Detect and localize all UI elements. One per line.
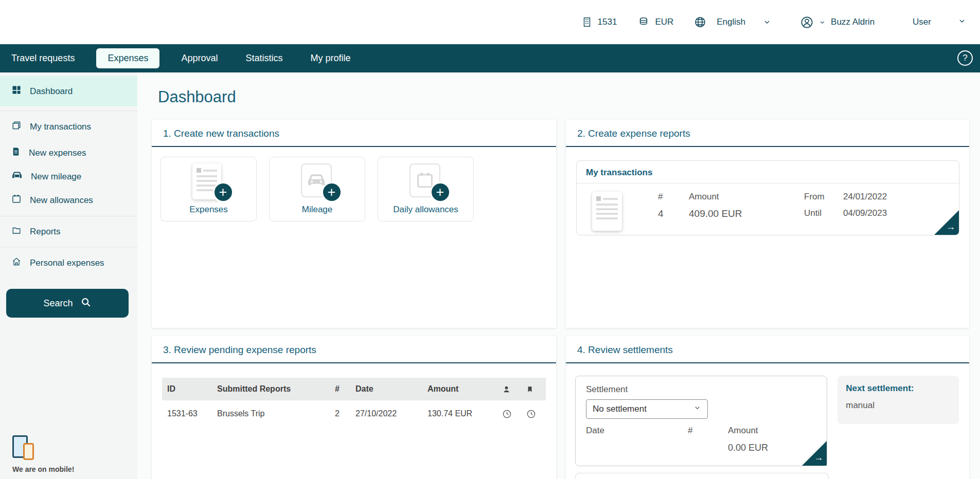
search-button[interactable]: Search: [6, 289, 129, 318]
tile-label: Mileage: [302, 205, 333, 215]
card-review-settlements: 4. Review settlements Settlement No sett…: [566, 336, 969, 479]
user-name: Buzz Aldrin: [831, 17, 875, 27]
transaction-count: 4: [658, 208, 689, 219]
pending-status-clock-icon: [526, 409, 546, 419]
pending-status-clock-icon: [502, 409, 526, 419]
report-count: 2: [335, 409, 355, 418]
next-settlement-box: Next settlement: manual: [838, 376, 959, 424]
next-settlement-label: Next settlement:: [846, 383, 951, 394]
report-id: 1531-63: [162, 409, 217, 418]
mobile-promo-title: We are on mobile!: [12, 465, 111, 473]
dashboard-grid-icon: [11, 85, 22, 98]
table-row[interactable]: 1531-63 Brussels Trip 2 27/10/2022 130.7…: [162, 400, 546, 427]
add-expense-button[interactable]: +: [213, 182, 234, 202]
mobile-devices-icon: [12, 435, 39, 461]
transactions-document-icon: [592, 192, 622, 231]
chevron-down-icon: [693, 404, 701, 414]
tile-label: Daily allowances: [393, 205, 458, 215]
pending-reports-table: ID Submitted Reports # Date Amount: [162, 378, 546, 427]
user-menu[interactable]: Buzz Aldrin: [800, 15, 875, 29]
globe-icon: [694, 16, 706, 28]
settlement-summary: Settlement No settlement Date # Amount: [575, 376, 827, 466]
card-create-expense-reports: 2. Create expense reports My transaction…: [566, 120, 969, 328]
main-content: Dashboard 1. Create new transactions +: [137, 72, 980, 479]
card-title: 4. Review settlements: [566, 336, 969, 362]
tile-label: Expenses: [189, 205, 228, 215]
column-header-amount: Amount: [427, 384, 502, 394]
currency-selector[interactable]: EUR: [637, 16, 673, 28]
settlement-label: Settlement: [586, 384, 816, 395]
settlement-select[interactable]: No settlement: [586, 399, 708, 419]
card-pending-expense-reports: 3. Review pending expense reports ID Sub…: [152, 336, 556, 479]
main-navbar: Travel requests Expenses Approval Statis…: [0, 44, 980, 72]
currency-code: EUR: [655, 17, 673, 27]
entity-selector[interactable]: 1531: [581, 16, 617, 28]
chevron-down-icon: [958, 17, 966, 28]
chevron-down-icon: [763, 18, 771, 26]
sidebar-item-reports[interactable]: Reports: [0, 220, 137, 243]
language-selector[interactable]: English: [694, 16, 771, 28]
tab-expenses[interactable]: Expenses: [96, 48, 159, 68]
tile-new-expense[interactable]: + Expenses: [161, 157, 257, 222]
column-header-id: ID: [162, 384, 217, 394]
role-selector[interactable]: User: [913, 17, 966, 28]
date-header: Date: [586, 426, 688, 436]
tab-my-profile[interactable]: My profile: [305, 48, 357, 68]
sidebar-item-dashboard[interactable]: Dashboard: [0, 76, 137, 106]
sidebar-item-label: My transactions: [30, 122, 91, 132]
card-create-transactions: 1. Create new transactions + Expenses: [152, 120, 556, 328]
document-icon: [11, 146, 21, 159]
coins-icon: [637, 16, 650, 28]
my-transactions-title: My transactions: [577, 161, 959, 183]
role-label: User: [913, 17, 931, 27]
person-icon: [502, 385, 526, 394]
sidebar-item-new-allowances[interactable]: New allowances: [0, 189, 137, 212]
sidebar-item-label: New expenses: [29, 148, 86, 158]
amount-header: Amount: [728, 426, 816, 436]
folder-icon: [11, 226, 22, 237]
add-allowance-button[interactable]: +: [430, 182, 451, 202]
transactions-copy-icon: [11, 120, 22, 133]
until-label: Until: [804, 208, 836, 218]
tile-new-daily-allowance[interactable]: + Daily allowances: [378, 157, 474, 222]
from-label: From: [804, 192, 836, 202]
divider: [566, 146, 969, 147]
sidebar-item-label: Dashboard: [30, 86, 73, 97]
report-amount: 130.74 EUR: [427, 409, 502, 418]
column-header-date: Date: [355, 384, 427, 394]
person-circle-icon: [800, 15, 814, 29]
sidebar-item-my-transactions[interactable]: My transactions: [0, 115, 137, 138]
divider: [0, 247, 137, 247]
card-title: 1. Create new transactions: [152, 120, 556, 146]
sidebar-item-personal-expenses[interactable]: Personal expenses: [0, 251, 137, 274]
building-icon: [581, 16, 593, 28]
sidebar-item-label: Reports: [30, 227, 61, 237]
sidebar-item-label: New mileage: [31, 172, 81, 182]
sidebar-item-new-mileage[interactable]: New mileage: [0, 165, 137, 188]
page-title: Dashboard: [158, 88, 980, 106]
entity-id: 1531: [598, 17, 617, 27]
add-mileage-button[interactable]: +: [322, 182, 342, 202]
language-label: English: [717, 17, 745, 27]
mobile-promo: We are on mobile! Discover SpendCatcher: [12, 435, 111, 479]
amount-header: Amount: [689, 192, 792, 202]
tab-approval[interactable]: Approval: [175, 48, 224, 68]
car-icon: [11, 171, 23, 182]
divider: [0, 216, 137, 216]
count-header: #: [688, 426, 728, 436]
divider: [566, 362, 969, 363]
report-name: Brussels Trip: [217, 409, 335, 418]
report-date: 27/10/2022: [355, 409, 427, 418]
tab-travel-requests[interactable]: Travel requests: [5, 48, 81, 68]
arrow-right-icon[interactable]: →: [946, 222, 955, 232]
sidebar-item-new-expenses[interactable]: New expenses: [0, 141, 137, 164]
search-icon: [80, 297, 92, 310]
divider: [0, 110, 137, 111]
transactions-amount: 409.00 EUR: [689, 208, 792, 219]
help-icon[interactable]: ?: [957, 50, 973, 66]
divider: [152, 362, 556, 363]
next-settlement-value: manual: [846, 400, 951, 411]
arrow-right-icon[interactable]: →: [814, 452, 823, 463]
tab-statistics[interactable]: Statistics: [240, 48, 289, 68]
tile-new-mileage[interactable]: + Mileage: [269, 157, 365, 222]
